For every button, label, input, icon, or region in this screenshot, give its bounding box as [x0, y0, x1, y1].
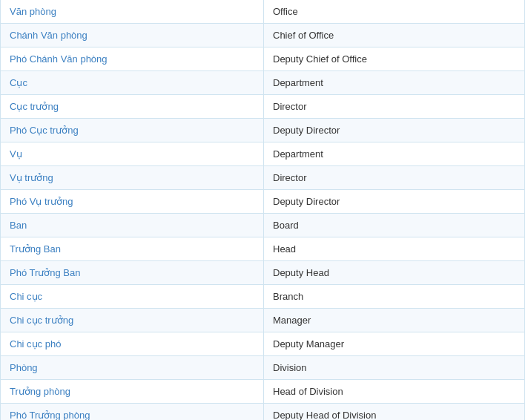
vietnamese-term: Trưởng phòng: [1, 380, 264, 404]
vietnamese-term: Chi cục phó: [1, 332, 264, 356]
table-row: Chi cụcBranch: [1, 285, 525, 309]
table-row: Chi cục trưởngManager: [1, 309, 525, 332]
table-row: Trưởng BanHead: [1, 237, 525, 261]
english-term: Director: [264, 95, 525, 119]
vietnamese-term: Phó Cục trưởng: [1, 119, 264, 142]
table-row: PhòngDivision: [1, 356, 525, 380]
english-term: Director: [264, 166, 525, 190]
table-row: Văn phòngOffice: [1, 0, 525, 24]
vietnamese-term: Phòng: [1, 356, 264, 380]
table-row: BanBoard: [1, 214, 525, 237]
table-row: VụDepartment: [1, 142, 525, 166]
vietnamese-term: Trưởng Ban: [1, 237, 264, 261]
table-row: Vụ trưởngDirector: [1, 166, 525, 190]
english-term: Board: [264, 214, 525, 237]
vietnamese-term: Cục: [1, 71, 264, 95]
table-row: Phó Trưởng phòngDeputy Head of Division: [1, 404, 525, 421]
vietnamese-term: Cục trưởng: [1, 95, 264, 119]
english-term: Deputy Head of Division: [264, 404, 525, 421]
english-term: Division: [264, 356, 525, 380]
english-term: Department: [264, 71, 525, 95]
english-term: Deputy Head: [264, 261, 525, 285]
english-term: Deputy Manager: [264, 332, 525, 356]
translation-table: Văn phòngOfficeChánh Văn phòngChief of O…: [0, 0, 525, 420]
table-row: Phó Chánh Văn phòngDeputy Chief of Offic…: [1, 47, 525, 71]
english-term: Head of Division: [264, 380, 525, 404]
vietnamese-term: Phó Trưởng phòng: [1, 404, 264, 421]
table-row: Phó Vụ trưởngDeputy Director: [1, 190, 525, 214]
vietnamese-term: Chi cục: [1, 285, 264, 309]
table-row: Phó Cục trưởngDeputy Director: [1, 119, 525, 142]
vietnamese-term: Vụ trưởng: [1, 166, 264, 190]
english-term: Deputy Chief of Office: [264, 47, 525, 71]
table-row: Phó Trưởng BanDeputy Head: [1, 261, 525, 285]
vietnamese-term: Văn phòng: [1, 0, 264, 24]
vietnamese-term: Ban: [1, 214, 264, 237]
table-row: Trưởng phòngHead of Division: [1, 380, 525, 404]
english-term: Office: [264, 0, 525, 24]
table-row: Chi cục phóDeputy Manager: [1, 332, 525, 356]
table-row: Chánh Văn phòngChief of Office: [1, 24, 525, 47]
english-term: Manager: [264, 309, 525, 332]
english-term: Deputy Director: [264, 119, 525, 142]
english-term: Branch: [264, 285, 525, 309]
vietnamese-term: Vụ: [1, 142, 264, 166]
vietnamese-term: Phó Chánh Văn phòng: [1, 47, 264, 71]
vietnamese-term: Chánh Văn phòng: [1, 24, 264, 47]
vietnamese-term: Chi cục trưởng: [1, 309, 264, 332]
table-row: CụcDepartment: [1, 71, 525, 95]
english-term: Chief of Office: [264, 24, 525, 47]
vietnamese-term: Phó Vụ trưởng: [1, 190, 264, 214]
english-term: Department: [264, 142, 525, 166]
vietnamese-term: Phó Trưởng Ban: [1, 261, 264, 285]
english-term: Head: [264, 237, 525, 261]
english-term: Deputy Director: [264, 190, 525, 214]
table-row: Cục trưởngDirector: [1, 95, 525, 119]
